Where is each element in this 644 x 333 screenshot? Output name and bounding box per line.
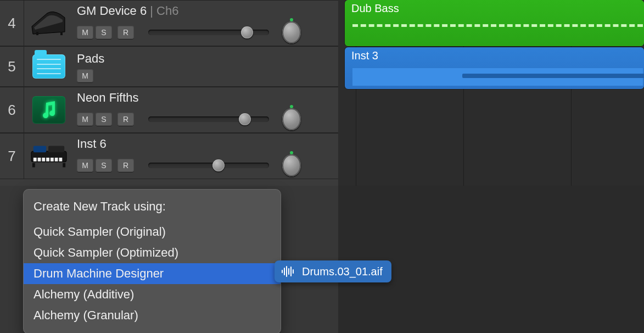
track-name-text: GM Device 6 — [77, 4, 147, 18]
track-channel-text: | Ch6 — [147, 4, 178, 18]
region-midi-content — [352, 68, 643, 86]
track-row[interactable]: 5 Pads M — [0, 46, 338, 87]
menu-option-quick-sampler-optimized[interactable]: Quick Sampler (Optimized) — [24, 242, 281, 263]
create-track-menu[interactable]: Create New Track using: Quick Sampler (O… — [23, 189, 281, 333]
drag-filename: Drums.03_01.aif — [302, 265, 383, 278]
track-name: Pads — [77, 52, 333, 66]
svg-rect-6 — [38, 158, 41, 162]
track-row[interactable]: 7 — [0, 133, 338, 179]
track-row[interactable]: 4 GM Device 6 | Ch6 M — [0, 0, 338, 46]
volume-slider[interactable] — [148, 27, 269, 38]
track-name: Neon Fifths — [77, 91, 333, 105]
svg-rect-5 — [33, 158, 37, 162]
svg-rect-0 — [36, 32, 38, 35]
folder-icon — [32, 54, 65, 79]
menu-option-drum-machine-designer[interactable]: Drum Machine Designer — [24, 263, 281, 284]
svg-rect-1 — [60, 32, 63, 35]
region-midi-content — [352, 24, 643, 27]
svg-rect-8 — [46, 158, 49, 162]
track-name: GM Device 6 | Ch6 — [77, 4, 333, 18]
app-root: 4 GM Device 6 | Ch6 M — [0, 0, 644, 333]
track-row[interactable]: 6 Neon Fifths M S R — [0, 87, 338, 133]
volume-slider[interactable] — [148, 160, 269, 171]
record-button[interactable]: R — [117, 159, 134, 172]
region-inst-3[interactable]: Inst 3 — [345, 47, 644, 89]
menu-option-quick-sampler-original[interactable]: Quick Sampler (Original) — [24, 221, 281, 242]
music-note-icon — [32, 96, 65, 124]
track-icon-folder — [24, 47, 74, 86]
arrange-empty[interactable] — [338, 186, 644, 333]
menu-option-alchemy-granular[interactable]: Alchemy (Granular) — [24, 305, 281, 326]
svg-rect-9 — [51, 158, 54, 162]
track-body: GM Device 6 | Ch6 M S R — [74, 1, 338, 46]
region-label: Dub Bass — [351, 2, 399, 14]
track-number: 6 — [0, 87, 24, 132]
solo-button[interactable]: S — [96, 113, 112, 126]
pan-knob[interactable] — [282, 154, 301, 176]
mute-button[interactable]: M — [77, 69, 93, 82]
drag-audio-chip[interactable]: Drums.03_01.aif — [275, 260, 391, 282]
mute-button[interactable]: M — [77, 26, 93, 39]
waveform-icon — [281, 266, 295, 277]
track-name: Inst 6 — [77, 137, 333, 151]
svg-rect-10 — [55, 158, 58, 162]
arrange-area[interactable]: Dub Bass Inst 3 — [338, 0, 644, 333]
solo-button[interactable]: S — [96, 159, 112, 172]
volume-slider[interactable] — [148, 114, 269, 125]
region-label: Inst 3 — [351, 49, 378, 62]
mute-button[interactable]: M — [77, 113, 93, 126]
pan-knob[interactable] — [282, 21, 301, 43]
record-button[interactable]: R — [117, 113, 134, 126]
track-icon-piano — [24, 1, 74, 46]
menu-option-alchemy-additive[interactable]: Alchemy (Additive) — [24, 284, 281, 305]
track-number: 5 — [0, 47, 24, 86]
menu-title: Create New Track using: — [24, 197, 281, 221]
svg-rect-4 — [48, 146, 64, 153]
mute-button[interactable]: M — [77, 159, 93, 172]
svg-rect-12 — [32, 163, 35, 168]
track-number: 4 — [0, 1, 24, 46]
pan-knob[interactable] — [282, 108, 301, 130]
piano-icon — [31, 10, 67, 36]
region-dub-bass[interactable]: Dub Bass — [345, 0, 644, 46]
svg-rect-7 — [42, 158, 45, 162]
track-number: 7 — [0, 134, 24, 179]
track-icon-note — [24, 87, 74, 132]
record-button[interactable]: R — [117, 26, 134, 39]
keyboard-icon — [30, 143, 68, 169]
solo-button[interactable]: S — [96, 26, 112, 39]
svg-rect-13 — [63, 163, 65, 168]
track-icon-keyboard — [24, 134, 74, 179]
track-controls: M S R — [77, 21, 333, 43]
svg-rect-3 — [33, 146, 46, 153]
svg-rect-11 — [59, 158, 62, 162]
